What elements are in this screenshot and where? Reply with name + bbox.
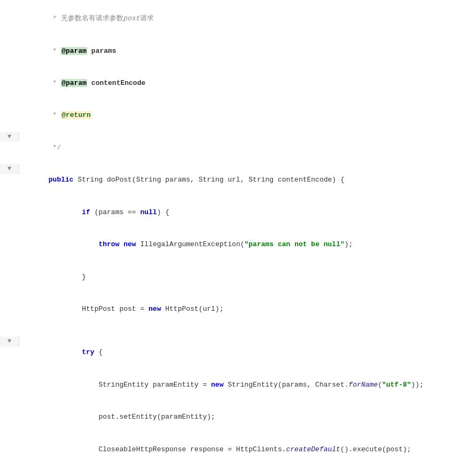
code-line: HttpPost post = new HttpPost(url); <box>0 293 476 325</box>
code-line: * @param contentEncode <box>0 67 476 99</box>
gutter-collapse[interactable]: ▼ <box>0 164 19 174</box>
line-content: * @param params <box>19 35 476 67</box>
comment: */ <box>49 144 61 152</box>
line-content: HttpPost post = new HttpPost(url); <box>19 293 476 325</box>
return-tag: @return <box>61 111 91 119</box>
keyword-new: new <box>211 381 223 389</box>
param-tag: @param <box>61 47 87 55</box>
keyword-new: new <box>149 305 161 313</box>
param-tag: @param <box>61 79 87 87</box>
code-line: CloseableHttpResponse response = HttpCli… <box>0 433 476 463</box>
method-forName: forName <box>349 381 378 389</box>
code-line: ▼ public String doPost(String params, St… <box>0 164 476 196</box>
string-literal: "utf-8" <box>382 381 411 389</box>
method-createDefault: createDefault <box>286 445 340 453</box>
keyword-public: public <box>49 176 74 184</box>
code-line: throw new IllegalArgumentException("para… <box>0 229 476 261</box>
line-content: } <box>19 261 476 293</box>
code-line <box>0 325 476 336</box>
keyword-throw: throw <box>98 240 119 248</box>
code-line: ▼ */ <box>0 132 476 164</box>
keyword-new: new <box>123 240 136 248</box>
line-content: StringEntity paramEntity = new StringEnt… <box>19 369 476 401</box>
code-line: ▼ try { <box>0 336 476 368</box>
code-line: post.setEntity(paramEntity); <box>0 401 476 433</box>
line-content: public String doPost(String params, Stri… <box>19 164 476 196</box>
gutter-collapse[interactable]: ▼ <box>0 132 19 142</box>
gutter-collapse[interactable]: ▼ <box>0 336 19 347</box>
keyword-try: try <box>82 348 94 356</box>
comment: * <box>49 47 61 55</box>
code-line: StringEntity paramEntity = new StringEnt… <box>0 369 476 401</box>
line-content: * @return <box>19 99 476 131</box>
code-line: } <box>0 261 476 293</box>
code-line: * @return <box>0 99 476 131</box>
code-line: * @param params <box>0 35 476 67</box>
comment: * 无参数名有请求参数post请求 <box>49 14 154 22</box>
keyword-null: null <box>140 208 157 216</box>
line-content: CloseableHttpResponse response = HttpCli… <box>19 433 476 463</box>
string-literal: "params can not be null" <box>245 240 345 248</box>
code-line: * 无参数名有请求参数post请求 <box>0 2 476 35</box>
line-content: try { <box>19 336 476 368</box>
line-content: throw new IllegalArgumentException("para… <box>19 229 476 261</box>
comment: * <box>49 79 61 87</box>
line-content: * 无参数名有请求参数post请求 <box>19 2 476 35</box>
code-editor: * 无参数名有请求参数post请求 * @param params * @par… <box>0 0 476 463</box>
comment: params <box>87 47 116 55</box>
line-content: * @param contentEncode <box>19 67 476 99</box>
line-content: if (params == null) { <box>19 197 476 229</box>
code-line: if (params == null) { <box>0 197 476 229</box>
keyword-if: if <box>82 208 90 216</box>
line-content: */ <box>19 132 476 164</box>
line-content: post.setEntity(paramEntity); <box>19 401 476 433</box>
comment: * <box>49 111 61 119</box>
comment: contentEncode <box>87 79 145 87</box>
line-content <box>19 325 476 336</box>
